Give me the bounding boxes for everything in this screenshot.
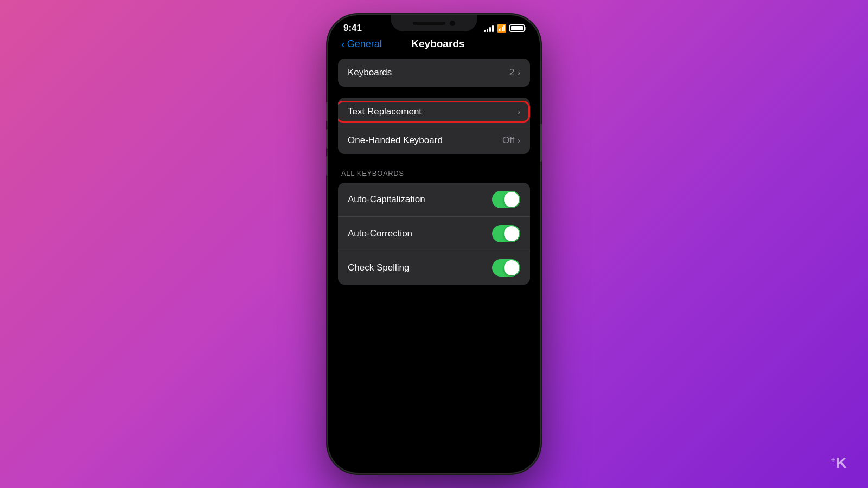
all-keyboards-card: Auto-Capitalization Auto-Correction Chec… bbox=[338, 183, 530, 285]
auto-capitalization-label: Auto-Capitalization bbox=[348, 194, 492, 205]
check-spelling-toggle-thumb bbox=[504, 260, 519, 275]
auto-correction-label: Auto-Correction bbox=[348, 228, 492, 239]
keyboards-card: Keyboards 2 › bbox=[338, 59, 530, 87]
keyboards-value: 2 bbox=[509, 67, 514, 78]
text-replacement-label: Text Replacement bbox=[348, 106, 518, 117]
phone-notch bbox=[391, 15, 477, 31]
keyboards-chevron-icon: › bbox=[518, 68, 520, 77]
watermark: +K bbox=[831, 454, 846, 472]
status-time: 9:41 bbox=[343, 23, 362, 34]
one-handed-keyboard-chevron-icon: › bbox=[518, 136, 520, 145]
one-handed-keyboard-value: Off bbox=[502, 135, 514, 146]
one-handed-keyboard-label: One-Handed Keyboard bbox=[348, 135, 502, 146]
all-keyboards-section-header: ALL KEYBOARDS bbox=[338, 165, 530, 183]
text-options-card: Text Replacement › One-Handed Keyboard O… bbox=[338, 98, 530, 154]
watermark-letter: K bbox=[836, 454, 846, 471]
camera-notch bbox=[450, 21, 455, 26]
check-spelling-row[interactable]: Check Spelling bbox=[338, 251, 530, 285]
auto-capitalization-toggle[interactable] bbox=[492, 191, 520, 208]
text-replacement-chevron-icon: › bbox=[518, 107, 520, 116]
auto-correction-toggle[interactable] bbox=[492, 225, 520, 242]
back-chevron-icon: ‹ bbox=[341, 38, 345, 49]
back-button[interactable]: ‹ General bbox=[341, 38, 382, 50]
watermark-dots: + bbox=[831, 455, 835, 464]
check-spelling-toggle[interactable] bbox=[492, 259, 520, 277]
check-spelling-label: Check Spelling bbox=[348, 262, 492, 273]
phone-screen: 9:41 📶 ‹ General Keyboards bbox=[328, 15, 540, 473]
wifi-icon: 📶 bbox=[497, 24, 506, 33]
settings-content: Keyboards 2 › Text Replacement › One-Han… bbox=[328, 59, 540, 473]
auto-correction-row[interactable]: Auto-Correction bbox=[338, 216, 530, 251]
battery-icon bbox=[509, 24, 525, 32]
auto-correction-toggle-thumb bbox=[504, 226, 519, 241]
page-title: Keyboards bbox=[382, 38, 494, 50]
status-icons: 📶 bbox=[484, 24, 525, 33]
keyboards-label: Keyboards bbox=[348, 67, 509, 78]
phone-shell: 9:41 📶 ‹ General Keyboards bbox=[328, 15, 540, 473]
one-handed-keyboard-row[interactable]: One-Handed Keyboard Off › bbox=[338, 126, 530, 154]
nav-bar: ‹ General Keyboards bbox=[328, 38, 540, 59]
keyboards-row[interactable]: Keyboards 2 › bbox=[338, 59, 530, 87]
back-label: General bbox=[347, 38, 382, 50]
auto-capitalization-row[interactable]: Auto-Capitalization bbox=[338, 183, 530, 216]
text-replacement-row[interactable]: Text Replacement › bbox=[338, 98, 530, 126]
auto-capitalization-toggle-thumb bbox=[504, 192, 519, 207]
signal-icon bbox=[484, 24, 494, 32]
speaker-notch bbox=[413, 22, 445, 25]
